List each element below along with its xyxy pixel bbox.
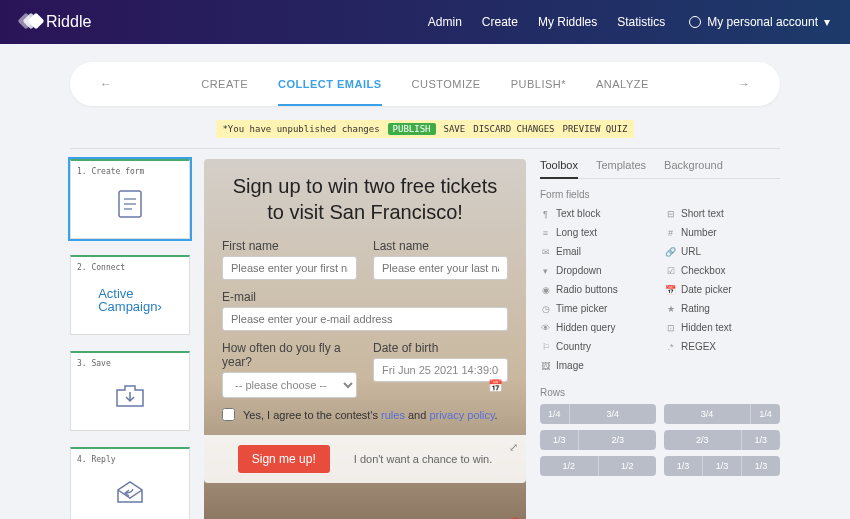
field-hidden-query[interactable]: 👁Hidden query bbox=[540, 320, 655, 335]
tab-templates[interactable]: Templates bbox=[596, 159, 646, 178]
last-name-label: Last name bbox=[373, 239, 508, 253]
field-date-picker[interactable]: 📅Date picker bbox=[665, 282, 780, 297]
dropdown-icon: ▾ bbox=[540, 266, 551, 276]
card-save[interactable]: 3. Save bbox=[70, 351, 190, 431]
field-short-text[interactable]: ⊟Short text bbox=[665, 206, 780, 221]
field-url[interactable]: 🔗URL bbox=[665, 244, 780, 259]
field-radio[interactable]: ◉Radio buttons bbox=[540, 282, 655, 297]
last-name-field: Last name bbox=[373, 239, 508, 280]
decline-button[interactable]: I don't want a chance to win. bbox=[354, 453, 492, 465]
consent-row: Yes, I agree to the contest's rules and … bbox=[222, 408, 508, 421]
card-label: 4. Reply bbox=[77, 455, 183, 464]
discard-button[interactable]: DISCARD CHANGES bbox=[473, 124, 554, 134]
long-text-icon: ≡ bbox=[540, 228, 551, 238]
step-bar: ← CREATE COLLECT EMAILS CUSTOMIZE PUBLIS… bbox=[70, 62, 780, 106]
card-label: 2. Connect bbox=[77, 263, 183, 272]
rows-layouts: 1/43/4 3/41/4 1/32/3 2/31/3 1/21/2 1/31/… bbox=[540, 404, 780, 476]
expand-icon[interactable]: ⤢ bbox=[509, 441, 518, 454]
brand-name: Riddle bbox=[46, 13, 91, 31]
nav-statistics[interactable]: Statistics bbox=[617, 15, 665, 29]
calendar-icon[interactable]: 📅 bbox=[488, 379, 503, 393]
row-14-34[interactable]: 1/43/4 bbox=[540, 404, 656, 424]
email-field-wrap: E-mail bbox=[222, 290, 508, 331]
sign-up-button[interactable]: Sign me up! bbox=[238, 445, 330, 473]
date-picker-icon: 📅 bbox=[665, 285, 676, 295]
tab-background[interactable]: Background bbox=[664, 159, 723, 178]
card-connect[interactable]: 2. Connect ActiveCampaign› bbox=[70, 255, 190, 335]
row-13-13-13[interactable]: 1/31/31/3 bbox=[664, 456, 780, 476]
step-collect-emails[interactable]: COLLECT EMAILS bbox=[278, 78, 382, 106]
card-label: 1. Create form bbox=[77, 167, 183, 176]
step-publish[interactable]: PUBLISH* bbox=[511, 78, 566, 91]
save-button[interactable]: SAVE bbox=[444, 124, 466, 134]
field-hidden-text[interactable]: ⊡Hidden text bbox=[665, 320, 780, 335]
privacy-link[interactable]: privacy policy bbox=[429, 409, 494, 421]
form-fields-grid: ¶Text block ⊟Short text ≡Long text #Numb… bbox=[540, 206, 780, 373]
brand-logo[interactable]: Riddle bbox=[20, 13, 91, 31]
right-panel: Toolbox Templates Background Form fields… bbox=[540, 159, 780, 519]
field-number[interactable]: #Number bbox=[665, 225, 780, 240]
consent-checkbox[interactable] bbox=[222, 408, 235, 421]
first-name-input[interactable] bbox=[222, 256, 357, 280]
first-name-label: First name bbox=[222, 239, 357, 253]
row-13-23[interactable]: 1/32/3 bbox=[540, 430, 656, 450]
field-dropdown[interactable]: ▾Dropdown bbox=[540, 263, 655, 278]
checkbox-icon: ☑ bbox=[665, 266, 676, 276]
step-prev[interactable]: ← bbox=[100, 77, 112, 91]
form-preview: Sign up to win two free tickets to visit… bbox=[204, 159, 526, 519]
step-customize[interactable]: CUSTOMIZE bbox=[412, 78, 481, 91]
row-12-12[interactable]: 1/21/2 bbox=[540, 456, 656, 476]
step-cards: 1. Create form 2. Connect ActiveCampaign… bbox=[70, 159, 190, 519]
logo-icon bbox=[20, 15, 40, 29]
field-rating[interactable]: ★Rating bbox=[665, 301, 780, 316]
step-analyze[interactable]: ANALYZE bbox=[596, 78, 649, 91]
form-title: Sign up to win two free tickets to visit… bbox=[222, 173, 508, 225]
frequency-select[interactable]: -- please choose -- bbox=[222, 372, 357, 398]
unpublished-msg: *You have unpublished changes bbox=[222, 124, 379, 134]
tab-toolbox[interactable]: Toolbox bbox=[540, 159, 578, 179]
step-tabs: CREATE COLLECT EMAILS CUSTOMIZE PUBLISH*… bbox=[112, 78, 738, 91]
nav-admin[interactable]: Admin bbox=[428, 15, 462, 29]
field-long-text[interactable]: ≡Long text bbox=[540, 225, 655, 240]
card-create-form[interactable]: 1. Create form bbox=[70, 159, 190, 239]
row-23-13[interactable]: 2/31/3 bbox=[664, 430, 780, 450]
nav-myriddles[interactable]: My Riddles bbox=[538, 15, 597, 29]
email-input[interactable] bbox=[222, 307, 508, 331]
dob-label: Date of birth bbox=[373, 341, 508, 355]
rules-link[interactable]: rules bbox=[381, 409, 405, 421]
short-text-icon: ⊟ bbox=[665, 209, 676, 219]
field-image[interactable]: 🖼Image bbox=[540, 358, 655, 373]
preview-button[interactable]: PREVIEW QUIZ bbox=[563, 124, 628, 134]
field-checkbox[interactable]: ☑Checkbox bbox=[665, 263, 780, 278]
frequency-field: How often do you fly a year? -- please c… bbox=[222, 341, 357, 398]
url-icon: 🔗 bbox=[665, 247, 676, 257]
time-picker-icon: ◷ bbox=[540, 304, 551, 314]
card-reply[interactable]: 4. Reply bbox=[70, 447, 190, 519]
step-next[interactable]: → bbox=[738, 77, 750, 91]
field-email[interactable]: ✉Email bbox=[540, 244, 655, 259]
nav-create[interactable]: Create bbox=[482, 15, 518, 29]
save-icon bbox=[77, 368, 183, 424]
text-block-icon: ¶ bbox=[540, 209, 551, 219]
field-regex[interactable]: .*REGEX bbox=[665, 339, 780, 354]
row-34-14[interactable]: 3/41/4 bbox=[664, 404, 780, 424]
annotation-arrow bbox=[422, 507, 532, 519]
publish-button[interactable]: PUBLISH bbox=[388, 123, 436, 135]
hidden-query-icon: 👁 bbox=[540, 323, 551, 333]
email-label: E-mail bbox=[222, 290, 508, 304]
main: 1. Create form 2. Connect ActiveCampaign… bbox=[0, 159, 850, 519]
step-create[interactable]: CREATE bbox=[201, 78, 248, 91]
number-icon: # bbox=[665, 228, 676, 238]
last-name-input[interactable] bbox=[373, 256, 508, 280]
panel-tabs: Toolbox Templates Background bbox=[540, 159, 780, 179]
document-icon bbox=[77, 176, 183, 232]
regex-icon: .* bbox=[665, 342, 676, 352]
field-country[interactable]: ⚐Country bbox=[540, 339, 655, 354]
account-menu[interactable]: My personal account ▾ bbox=[689, 15, 830, 29]
top-nav: Admin Create My Riddles Statistics bbox=[428, 15, 665, 29]
field-time-picker[interactable]: ◷Time picker bbox=[540, 301, 655, 316]
reply-icon bbox=[77, 464, 183, 519]
activecampaign-logo: ActiveCampaign› bbox=[77, 272, 183, 328]
hidden-text-icon: ⊡ bbox=[665, 323, 676, 333]
field-text-block[interactable]: ¶Text block bbox=[540, 206, 655, 221]
